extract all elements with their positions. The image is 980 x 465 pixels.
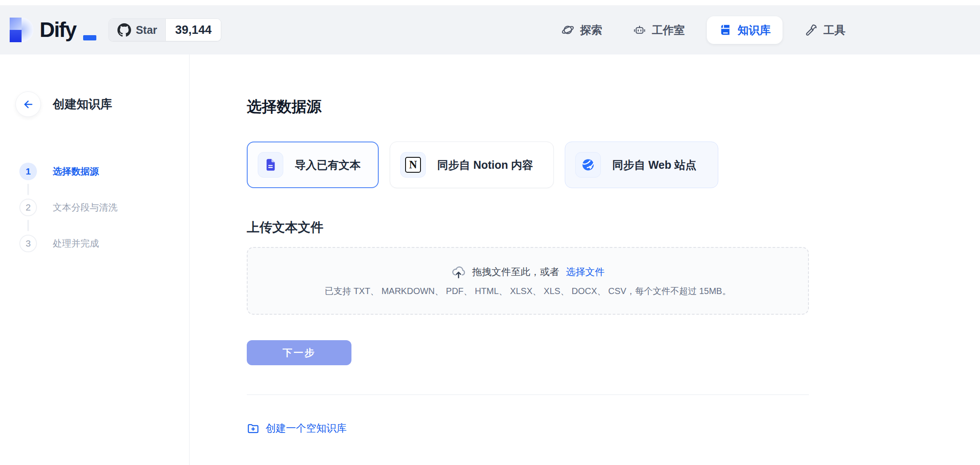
header-left: Dify Star 39,144 [10, 18, 221, 42]
datasource-card-label: 导入已有文本 [295, 158, 361, 172]
primary-nav: 探索 工作室 知识库 [552, 16, 854, 44]
step-number: 3 [19, 235, 37, 252]
browse-files-link[interactable]: 选择文件 [566, 265, 605, 279]
step-connector [27, 220, 29, 231]
next-step-button[interactable]: 下一步 [247, 340, 351, 365]
dify-logo-icon [10, 18, 33, 42]
datasource-card-label: 同步自 Web 站点 [612, 158, 696, 172]
folder-plus-icon [247, 422, 260, 435]
nav-item-tools[interactable]: 工具 [796, 17, 854, 44]
datasource-card-notion[interactable]: N 同步自 Notion 内容 [390, 142, 554, 188]
datasource-card-web[interactable]: 同步自 Web 站点 [565, 142, 718, 188]
back-button[interactable] [15, 91, 41, 117]
dify-create-dataset-page: Dify Star 39,144 探索 [0, 0, 980, 465]
planet-icon [561, 23, 574, 36]
file-text-icon [263, 158, 278, 172]
nav-item-label: 工具 [823, 23, 845, 37]
wizard-steps: 1 选择数据源 2 文本分段与清洗 3 处理并完成 [19, 163, 189, 252]
sidebar-header: 创建知识库 [15, 91, 189, 117]
dify-logo-text: Dify [40, 19, 76, 40]
nav-item-studio[interactable]: 工作室 [624, 17, 694, 44]
page-body: 创建知识库 1 选择数据源 2 文本分段与清洗 3 处理并完成 [0, 54, 980, 465]
notion-icon: N [405, 157, 421, 173]
file-icon-box [258, 152, 283, 178]
datasource-cards: 导入已有文本 N 同步自 Notion 内容 [247, 142, 980, 188]
arrow-left-icon [22, 98, 34, 110]
notion-icon-box: N [400, 152, 426, 178]
datasource-card-label: 同步自 Notion 内容 [437, 158, 533, 172]
dropzone-text: 拖拽文件至此，或者 [472, 265, 559, 279]
wizard-sidebar: 创建知识库 1 选择数据源 2 文本分段与清洗 3 处理并完成 [0, 54, 190, 465]
nav-item-label: 工作室 [652, 23, 685, 37]
step-label: 处理并完成 [53, 237, 99, 250]
step-number: 2 [19, 199, 37, 216]
step-label: 选择数据源 [53, 165, 99, 178]
file-dropzone[interactable]: 拖拽文件至此，或者 选择文件 已支持 TXT、 MARKDOWN、 PDF、 H… [247, 247, 809, 315]
globe-icon [581, 158, 595, 172]
dify-logo-underscore [83, 35, 96, 40]
create-empty-dataset-label: 创建一个空知识库 [266, 421, 347, 435]
cloud-upload-icon [451, 265, 466, 280]
nav-item-label: 知识库 [738, 23, 771, 37]
page-title: 创建知识库 [53, 96, 112, 112]
choose-datasource-heading: 选择数据源 [247, 97, 980, 117]
dropzone-primary-row: 拖拽文件至此，或者 选择文件 [451, 265, 605, 280]
upload-section-heading: 上传文本文件 [247, 219, 980, 236]
nav-item-label: 探索 [580, 23, 602, 37]
step-item-1: 1 选择数据源 [19, 163, 189, 180]
create-empty-dataset-link[interactable]: 创建一个空知识库 [247, 421, 347, 435]
step-item-3: 3 处理并完成 [19, 235, 189, 252]
top-strip [0, 0, 980, 5]
nav-item-knowledge[interactable]: 知识库 [707, 16, 783, 44]
app-header: Dify Star 39,144 探索 [0, 5, 980, 54]
section-divider [247, 394, 809, 395]
step-number: 1 [19, 163, 37, 180]
nav-item-explore[interactable]: 探索 [552, 17, 611, 44]
github-star-count[interactable]: 39,144 [166, 19, 221, 41]
dropzone-hint: 已支持 TXT、 MARKDOWN、 PDF、 HTML、 XLSX、 XLS、… [325, 285, 731, 297]
datasource-card-import-text[interactable]: 导入已有文本 [247, 142, 379, 188]
github-star-label: Star [136, 24, 157, 36]
github-star-segment[interactable]: Star [109, 19, 166, 41]
step-label: 文本分段与清洗 [53, 201, 117, 214]
main-content: 选择数据源 导入已有文本 N 同步 [190, 54, 980, 465]
github-star-button[interactable]: Star 39,144 [109, 18, 221, 41]
github-icon [117, 23, 131, 37]
robot-icon [633, 23, 646, 36]
step-connector [27, 184, 29, 195]
step-item-2: 2 文本分段与清洗 [19, 199, 189, 216]
book-icon [719, 23, 732, 36]
globe-icon-box [575, 152, 601, 178]
hammer-icon [804, 23, 818, 36]
dify-logo[interactable]: Dify [10, 18, 96, 42]
